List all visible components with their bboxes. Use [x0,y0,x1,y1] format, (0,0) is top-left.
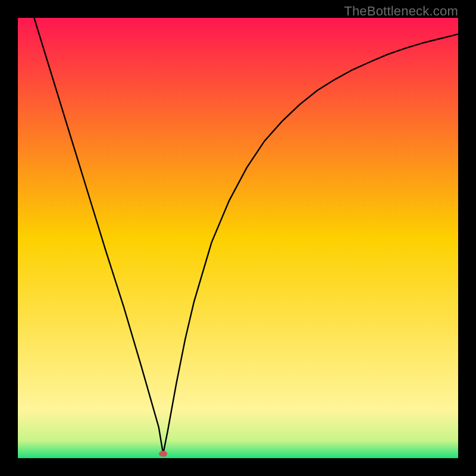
optimum-marker [159,451,167,457]
chart-frame: TheBottleneck.com [0,0,476,476]
plot-area [18,18,458,458]
watermark-text: TheBottleneck.com [344,4,458,19]
chart-svg [18,18,458,458]
gradient-background [18,18,458,458]
